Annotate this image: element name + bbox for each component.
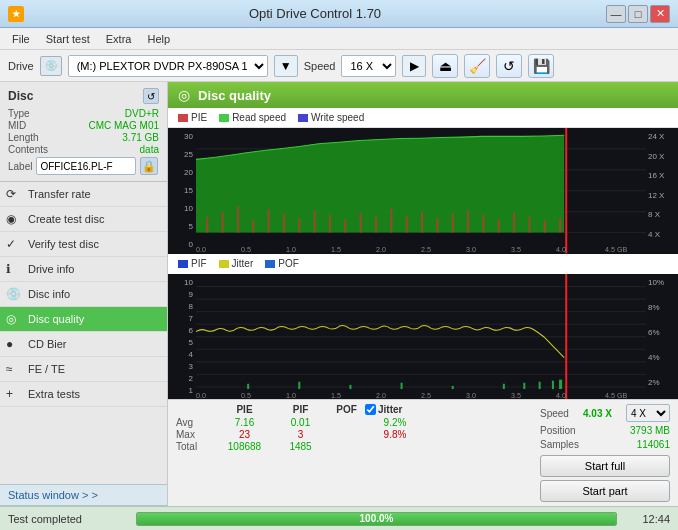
y2-7: 7 [168, 314, 196, 323]
svg-rect-13 [314, 211, 316, 233]
menu-help[interactable]: Help [139, 31, 178, 47]
position-label: Position [540, 425, 576, 436]
svg-rect-56 [503, 383, 505, 388]
menu-bar: File Start test Extra Help [0, 28, 678, 50]
legend-top: PIE Read speed Write speed [168, 108, 678, 128]
label-input[interactable] [36, 157, 136, 175]
clear-button[interactable]: 🧹 [464, 54, 490, 78]
speed-arrow-button[interactable]: ▶ [402, 55, 426, 77]
eject-button[interactable]: ⏏ [432, 54, 458, 78]
legend-pof-label: POF [278, 258, 299, 269]
svg-rect-14 [329, 215, 331, 233]
svg-rect-9 [252, 220, 254, 233]
sidebar-item-disc-quality[interactable]: ◎ Disc quality [0, 307, 167, 332]
disc-refresh-button[interactable]: ↺ [143, 88, 159, 104]
drive-arrow-button[interactable]: ▼ [274, 55, 298, 77]
sidebar-item-cd-bier[interactable]: ● CD Bier [0, 332, 167, 357]
y2-3: 3 [168, 362, 196, 371]
svg-rect-51 [247, 383, 249, 388]
label-key: Label [8, 161, 32, 172]
svg-text:1.0: 1.0 [286, 391, 296, 399]
pof-color-dot [265, 260, 275, 268]
svg-rect-53 [349, 384, 351, 388]
svg-text:3.0: 3.0 [466, 391, 476, 399]
svg-rect-29 [559, 218, 561, 233]
length-label: Length [8, 132, 39, 143]
jitter-checkbox[interactable] [365, 404, 376, 415]
minimize-button[interactable]: — [606, 5, 626, 23]
stats-empty-header [176, 404, 216, 415]
legend-read-speed: Read speed [219, 112, 286, 123]
svg-text:1.5: 1.5 [331, 391, 341, 399]
sidebar-item-fe-te[interactable]: ≈ FE / TE [0, 357, 167, 382]
disc-info-label: Disc info [28, 288, 70, 300]
position-row: Position 3793 MB [540, 425, 670, 436]
svg-rect-21 [436, 218, 438, 233]
write-speed-color-dot [298, 114, 308, 122]
drive-info-label: Drive info [28, 263, 74, 275]
main-layout: Disc ↺ Type DVD+R MID CMC MAG M01 Length… [0, 82, 678, 506]
sidebar-item-verify-test-disc[interactable]: ✓ Verify test disc [0, 232, 167, 257]
svg-text:4.0: 4.0 [556, 391, 566, 399]
drive-select[interactable]: (M:) PLEXTOR DVDR PX-890SA 1.00 [68, 55, 268, 77]
svg-rect-20 [421, 212, 423, 233]
legend-read-label: Read speed [232, 112, 286, 123]
total-pof [329, 441, 364, 452]
refresh-button[interactable]: ↺ [496, 54, 522, 78]
disc-quality-icon: ◎ [6, 312, 16, 326]
save-button[interactable]: 💾 [528, 54, 554, 78]
menu-start-test[interactable]: Start test [38, 31, 98, 47]
disc-quality-header: ◎ Disc quality [168, 82, 678, 108]
bottom-bar: Test completed 100.0% 12:44 [0, 506, 678, 530]
svg-rect-11 [283, 214, 285, 233]
disc-quality-title: Disc quality [198, 88, 271, 103]
menu-file[interactable]: File [4, 31, 38, 47]
svg-rect-60 [559, 379, 562, 388]
sidebar-item-create-test-disc[interactable]: ◉ Create test disc [0, 207, 167, 232]
max-pie: 23 [217, 429, 272, 440]
main-content: ◎ Disc quality PIE Read speed Write spee… [168, 82, 678, 506]
title-bar: ★ Opti Drive Control 1.70 — □ ✕ [0, 0, 678, 28]
sidebar-item-transfer-rate[interactable]: ⟳ Transfer rate [0, 182, 167, 207]
y1r-20x: 20 X [646, 152, 678, 161]
start-full-button[interactable]: Start full [540, 455, 670, 477]
sidebar-item-drive-info[interactable]: ℹ Drive info [0, 257, 167, 282]
maximize-button[interactable]: □ [628, 5, 648, 23]
y2-9: 9 [168, 290, 196, 299]
chart-top-area: 30 25 20 15 10 5 0 [168, 128, 678, 254]
y2r-6pct: 6% [646, 328, 678, 337]
samples-row: Samples 114061 [540, 439, 670, 450]
sidebar-item-disc-info[interactable]: 💿 Disc info [0, 282, 167, 307]
start-part-button[interactable]: Start part [540, 480, 670, 502]
legend-pif: PIF [178, 258, 207, 269]
y2r-8pct: 8% [646, 303, 678, 312]
speed-select[interactable]: 16 X [341, 55, 396, 77]
stats-table: PIE PIF POF Jitter Avg 7.16 0.01 9.2% [176, 404, 536, 452]
status-window-button[interactable]: Status window > > [0, 484, 167, 506]
speed-dropdown[interactable]: 4 X [626, 404, 670, 422]
svg-rect-55 [452, 385, 454, 388]
label-icon-button[interactable]: 🔒 [140, 157, 158, 175]
svg-text:1.5: 1.5 [331, 245, 341, 253]
y2-8: 8 [168, 302, 196, 311]
drive-icon: 💿 [40, 56, 62, 76]
sidebar-item-extra-tests[interactable]: + Extra tests [0, 382, 167, 407]
svg-rect-58 [539, 381, 541, 388]
max-pof [329, 429, 364, 440]
y2-2: 2 [168, 374, 196, 383]
verify-test-disc-label: Verify test disc [28, 238, 99, 250]
menu-extra[interactable]: Extra [98, 31, 140, 47]
avg-jitter: 9.2% [365, 417, 425, 428]
y1-0: 0 [168, 240, 196, 249]
svg-text:0.0: 0.0 [196, 245, 206, 253]
cd-bier-label: CD Bier [28, 338, 67, 350]
y2r-2pct: 2% [646, 378, 678, 387]
y1r-16x: 16 X [646, 171, 678, 180]
max-jitter: 9.8% [365, 429, 425, 440]
progress-text: 100.0% [360, 513, 394, 524]
drive-info-icon: ℹ [6, 262, 11, 276]
disc-title: Disc [8, 89, 33, 103]
close-button[interactable]: ✕ [650, 5, 670, 23]
svg-rect-25 [498, 219, 500, 233]
y1r-24x: 24 X [646, 132, 678, 141]
